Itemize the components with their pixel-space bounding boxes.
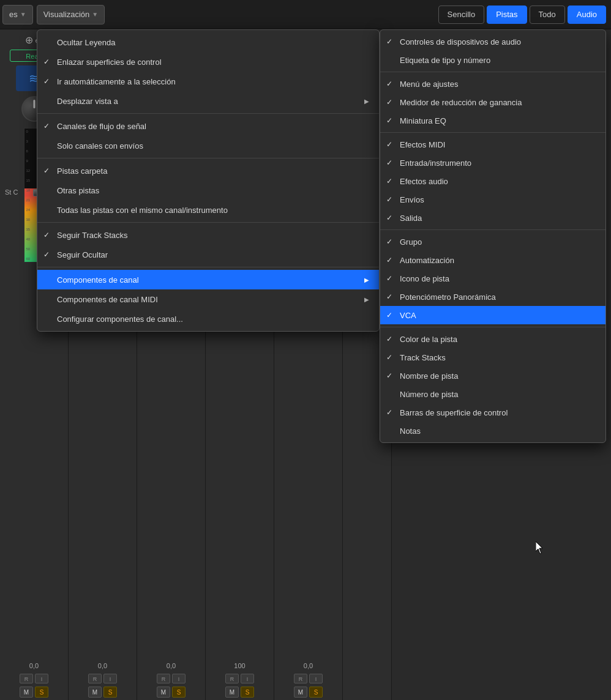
menu-seguir-track[interactable]: ✓ Seguir Track Stacks xyxy=(37,225,379,245)
i-btn-4[interactable]: I xyxy=(241,674,254,683)
es-button[interactable]: es ▼ xyxy=(2,5,33,24)
menu-pistas-label: Pistas carpeta xyxy=(57,166,107,176)
top-bar: es ▼ Visualización ▼ Sencillo Pistas Tod… xyxy=(0,0,611,29)
sub-color-label: Color de la pista xyxy=(400,335,457,344)
sub-nombre-pista[interactable]: ✓ Nombre de pista xyxy=(380,367,605,385)
componentes-submenu: ✓ Controles de dispositivos de audio Eti… xyxy=(380,29,606,443)
pistas-button[interactable]: Pistas xyxy=(487,6,527,24)
pistas-check: ✓ xyxy=(43,166,50,175)
sub-efectos-audio[interactable]: ✓ Efectos audio xyxy=(380,172,605,190)
medidor-check: ✓ xyxy=(386,98,392,106)
sub-automatizacion[interactable]: ✓ Automatización xyxy=(380,251,605,269)
salida-check: ✓ xyxy=(386,214,392,222)
r-btn-4[interactable]: R xyxy=(225,674,239,683)
vu-scale-1: 0 3 6 9 12 15 18 21 24 30 35 40 50 60 xyxy=(26,128,30,262)
menu-desplazar[interactable]: Desplazar vista a ▶ xyxy=(37,91,379,111)
m-btn-1[interactable]: M xyxy=(20,687,33,698)
desplazar-arrow-icon: ▶ xyxy=(364,98,369,105)
poten-check: ✓ xyxy=(386,292,392,301)
db-value-4: 100 xyxy=(234,662,245,669)
r-btn-1[interactable]: R xyxy=(20,674,33,683)
r-btn-3[interactable]: R xyxy=(157,674,170,683)
sub-medidor[interactable]: ✓ Medidor de reducción de ganancia xyxy=(380,93,605,111)
st-c-label: St C xyxy=(5,188,18,196)
controles-check: ✓ xyxy=(386,37,392,46)
sub-icono-label: Icono de pista xyxy=(400,274,449,283)
visualization-label: Visualización xyxy=(43,10,90,19)
sub-eq[interactable]: ✓ Miniatura EQ xyxy=(380,111,605,130)
barras-check: ✓ xyxy=(386,408,392,417)
menu-ocultar-leyenda[interactable]: Ocultar Leyenda xyxy=(37,32,379,52)
menu-configurar[interactable]: Configurar componentes de canal... xyxy=(37,309,379,329)
sub-menu-ajustes[interactable]: ✓ Menú de ajustes xyxy=(380,75,605,93)
s-btn-3[interactable]: S xyxy=(172,687,186,698)
menu-enlazar[interactable]: ✓ Enlazar superficies de control xyxy=(37,52,379,72)
sub-auto-label: Automatización xyxy=(400,256,454,265)
sub-numero-pista[interactable]: Número de pista xyxy=(380,385,605,403)
sub-envios[interactable]: ✓ Envíos xyxy=(380,190,605,209)
seguir-ocultar-check: ✓ xyxy=(43,250,50,259)
ri-buttons-1: R I xyxy=(20,674,48,683)
menu-otras-pistas[interactable]: Otras pistas xyxy=(37,181,379,200)
menu-solo-canales[interactable]: Solo canales con envíos xyxy=(37,136,379,155)
sub-etiqueta-label: Etiqueta de tipo y número xyxy=(400,56,490,65)
m-btn-4[interactable]: M xyxy=(225,687,239,698)
track-stacks-check: ✓ xyxy=(386,353,392,362)
sub-etiqueta[interactable]: Etiqueta de tipo y número xyxy=(380,51,605,69)
menu-canales-flujo[interactable]: ✓ Canales de flujo de señal xyxy=(37,116,379,136)
s-btn-5[interactable]: S xyxy=(309,687,323,698)
sub-grupo[interactable]: ✓ Grupo xyxy=(380,233,605,251)
m-btn-2[interactable]: M xyxy=(88,687,102,698)
sub-icono-pista[interactable]: ✓ Icono de pista xyxy=(380,269,605,288)
sub-efectos-midi[interactable]: ✓ Efectos MIDI xyxy=(380,135,605,154)
menu-componentes-canal[interactable]: Componentes de canal ▶ xyxy=(37,270,379,289)
db-value-3: 0,0 xyxy=(167,662,176,669)
menu-seguir-track-label: Seguir Track Stacks xyxy=(57,231,128,240)
sub-salida[interactable]: ✓ Salida xyxy=(380,209,605,227)
sub-controles[interactable]: ✓ Controles de dispositivos de audio xyxy=(380,32,605,51)
visualization-button[interactable]: Visualización ▼ xyxy=(37,5,105,24)
eq-check: ✓ xyxy=(386,116,392,125)
menu-seguir-ocultar[interactable]: ✓ Seguir Ocultar xyxy=(37,245,379,264)
ir-auto-check: ✓ xyxy=(43,77,50,86)
i-btn-1[interactable]: I xyxy=(35,674,48,683)
sub-color[interactable]: ✓ Color de la pista xyxy=(380,330,605,348)
sub-track-stacks[interactable]: ✓ Track Stacks xyxy=(380,348,605,367)
menu-todas-pistas[interactable]: Todas las pistas con el mismo canal/inst… xyxy=(37,200,379,220)
m-btn-3[interactable]: M xyxy=(157,687,170,698)
top-bar-right: Sencillo Pistas Todo Audio xyxy=(438,6,611,24)
sub-salida-label: Salida xyxy=(400,214,422,223)
menu-componentes-midi[interactable]: Componentes de canal MIDI ▶ xyxy=(37,289,379,309)
i-btn-2[interactable]: I xyxy=(103,674,117,683)
s-btn-2[interactable]: S xyxy=(103,687,117,698)
sub-entrada[interactable]: ✓ Entrada/instrumento xyxy=(380,154,605,172)
sub-notas[interactable]: Notas xyxy=(380,422,605,440)
menu-ir-automaticamente[interactable]: ✓ Ir automáticamente a la selección xyxy=(37,72,379,91)
ajustes-check: ✓ xyxy=(386,80,392,88)
sub-potenciometro[interactable]: ✓ Potenciómetro Panorámica xyxy=(380,288,605,306)
menu-desplazar-label: Desplazar vista a xyxy=(57,97,118,106)
menu-pistas-carpeta[interactable]: ✓ Pistas carpeta xyxy=(37,161,379,181)
todo-button[interactable]: Todo xyxy=(530,6,565,24)
separator-1 xyxy=(37,113,379,114)
separator-4 xyxy=(37,267,379,267)
sencillo-button[interactable]: Sencillo xyxy=(438,6,485,24)
sub-eq-label: Miniatura EQ xyxy=(400,116,446,125)
s-btn-1[interactable]: S xyxy=(35,687,48,698)
visualization-dropdown: Ocultar Leyenda ✓ Enlazar superficies de… xyxy=(37,29,380,332)
i-btn-3[interactable]: I xyxy=(172,674,186,683)
s-btn-4[interactable]: S xyxy=(241,687,254,698)
canales-check: ✓ xyxy=(43,122,50,130)
menu-canales-label: Canales de flujo de señal xyxy=(57,122,146,131)
menu-todas-label: Todas las pistas con el mismo canal/inst… xyxy=(57,206,228,215)
sub-sep-1 xyxy=(380,72,605,72)
r-btn-2[interactable]: R xyxy=(88,674,102,683)
i-btn-5[interactable]: I xyxy=(309,674,323,683)
sub-barras[interactable]: ✓ Barras de superficie de control xyxy=(380,403,605,422)
audio-button[interactable]: Audio xyxy=(568,6,606,24)
m-btn-5[interactable]: M xyxy=(294,687,307,698)
sub-controles-label: Controles de dispositivos de audio xyxy=(400,37,521,47)
r-btn-5[interactable]: R xyxy=(294,674,307,683)
sub-entrada-label: Entrada/instrumento xyxy=(400,158,471,168)
sub-vca[interactable]: ✓ VCA xyxy=(380,306,605,324)
